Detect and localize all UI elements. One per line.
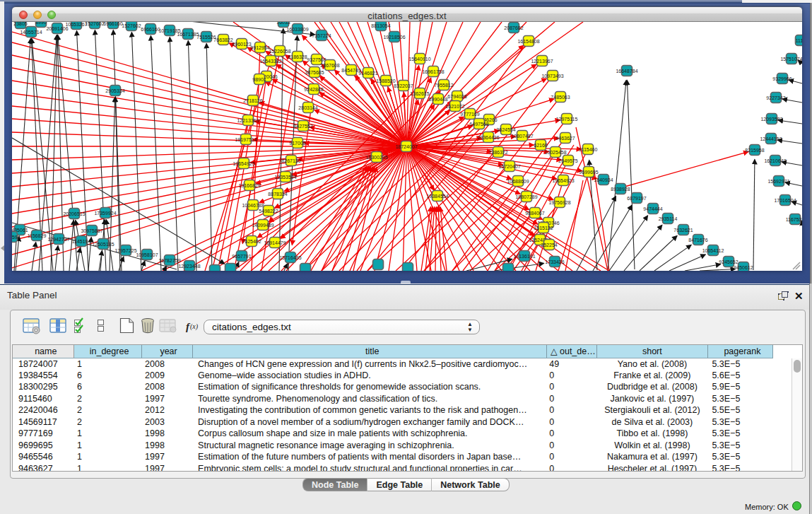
svg-text:19654925: 19654925	[233, 161, 254, 166]
svg-text:8427552: 8427552	[293, 124, 312, 129]
svg-text:9657791: 9657791	[232, 254, 251, 259]
svg-text:1621072: 1621072	[445, 104, 464, 109]
svg-text:1112: 1112	[796, 38, 802, 43]
svg-text:7386372: 7386372	[488, 150, 507, 155]
svg-text:7632621: 7632621	[673, 228, 693, 233]
svg-text:8938928: 8938928	[611, 187, 630, 192]
svg-text:12975115: 12975115	[556, 117, 578, 122]
svg-text:1527602: 1527602	[85, 22, 104, 26]
svg-text:6966160: 6966160	[103, 22, 122, 26]
svg-text:8878334: 8878334	[268, 192, 287, 197]
svg-text:12505185: 12505185	[92, 242, 114, 247]
svg-text:10025458: 10025458	[544, 150, 566, 155]
svg-text:9450612: 9450612	[734, 265, 753, 270]
svg-text:3875685: 3875685	[305, 70, 324, 75]
svg-text:10958107: 10958107	[136, 252, 158, 257]
svg-text:8813054: 8813054	[371, 23, 390, 28]
svg-text:6966160: 6966160	[141, 27, 160, 32]
svg-text:6497568: 6497568	[469, 122, 488, 127]
svg-text:8990448: 8990448	[428, 97, 447, 102]
svg-text:10688609: 10688609	[507, 179, 529, 184]
svg-text:2718126: 2718126	[243, 98, 262, 103]
svg-text:18807289: 18807289	[515, 194, 537, 199]
svg-text:18300295: 18300295	[365, 155, 387, 160]
svg-text:1527602: 1527602	[122, 23, 141, 28]
svg-text:20206515: 20206515	[63, 211, 85, 216]
svg-text:10973493: 10973493	[541, 74, 563, 78]
svg-text:5498222: 5498222	[259, 209, 278, 214]
svg-text:14099489: 14099489	[252, 223, 273, 228]
svg-text:2935114: 2935114	[659, 216, 678, 221]
svg-text:19197514: 19197514	[235, 137, 257, 142]
svg-text:12213369: 12213369	[237, 118, 259, 123]
svg-text:12923448: 12923448	[178, 264, 200, 269]
svg-text:15640910: 15640910	[408, 57, 430, 62]
svg-text:15226058: 15226058	[269, 49, 290, 54]
svg-text:20691406: 20691406	[46, 26, 68, 31]
svg-text:15720407: 15720407	[498, 164, 520, 169]
svg-text:18724007: 18724007	[395, 144, 417, 149]
svg-text:9777169: 9777169	[460, 112, 479, 117]
svg-text:10807487: 10807487	[511, 134, 533, 139]
svg-text:1362615: 1362615	[410, 91, 429, 96]
svg-text:12093583: 12093583	[760, 117, 782, 122]
svg-text:16961758: 16961758	[422, 69, 444, 74]
svg-text:12942737: 12942737	[47, 237, 69, 242]
svg-text:23805: 23805	[13, 22, 28, 26]
svg-text:14055714: 14055714	[20, 30, 42, 35]
svg-text:8267130: 8267130	[281, 158, 300, 163]
svg-text:1615132: 1615132	[534, 226, 553, 230]
svg-text:19384554: 19384554	[426, 194, 448, 199]
svg-text:9329966: 9329966	[772, 76, 792, 81]
svg-text:(x): (x)	[190, 322, 199, 331]
svg-text:9242848: 9242848	[304, 87, 323, 92]
svg-text:1145194: 1145194	[72, 239, 91, 244]
svg-text:16210643: 16210643	[764, 158, 786, 163]
svg-text:16543382: 16543382	[259, 59, 281, 64]
svg-text:30975887: 30975887	[81, 228, 102, 233]
svg-text:19654923: 19654923	[552, 178, 574, 183]
svg-text:8186328: 8186328	[288, 54, 307, 59]
svg-text:16914479: 16914479	[264, 240, 286, 245]
svg-text:8471676: 8471676	[688, 238, 707, 243]
svg-text:10654112: 10654112	[702, 248, 724, 253]
svg-text:16033: 16033	[276, 22, 290, 25]
svg-text:9245652: 9245652	[719, 259, 738, 264]
svg-text:20364436: 20364436	[477, 135, 499, 140]
svg-text:7485063: 7485063	[551, 95, 570, 100]
svg-text:12213967: 12213967	[531, 59, 553, 64]
svg-text:8215958: 8215958	[745, 148, 764, 153]
svg-text:98901: 98901	[252, 77, 266, 82]
svg-text:9115460: 9115460	[579, 147, 598, 152]
svg-text:10653267: 10653267	[65, 22, 87, 27]
svg-text:8990: 8990	[35, 22, 47, 25]
svg-text:62160: 62160	[534, 143, 548, 148]
svg-text:9227342: 9227342	[766, 95, 785, 100]
svg-text:12353594: 12353594	[274, 175, 296, 180]
svg-text:15751074: 15751074	[780, 57, 802, 62]
svg-text:9699695: 9699695	[579, 170, 598, 175]
svg-text:15716485: 15716485	[279, 255, 301, 260]
svg-text:391594: 391594	[12, 235, 20, 240]
svg-text:8912954: 8912954	[250, 45, 269, 50]
svg-text:19756928: 19756928	[548, 200, 570, 205]
svg-text:252254: 252254	[541, 243, 557, 247]
svg-text:1640934: 1640934	[594, 177, 613, 182]
svg-text:1167533: 1167533	[786, 217, 802, 222]
svg-text:16782759: 16782759	[158, 258, 180, 263]
svg-text:12444153: 12444153	[760, 136, 782, 141]
svg-text:7357224: 7357224	[312, 33, 331, 38]
svg-text:9327508: 9327508	[307, 57, 326, 62]
svg-text:3624554: 3624554	[496, 127, 515, 132]
svg-text:7663822: 7663822	[213, 37, 233, 42]
svg-text:2649575: 2649575	[558, 158, 577, 163]
svg-text:8322037: 8322037	[394, 83, 413, 88]
svg-text:1733426: 1733426	[545, 259, 564, 264]
svg-text:1156829: 1156829	[28, 233, 47, 238]
svg-text:2867608: 2867608	[320, 63, 339, 68]
svg-text:16154808: 16154808	[517, 39, 539, 44]
svg-text:8960123: 8960123	[232, 42, 251, 47]
svg-text:1588520: 1588520	[376, 78, 395, 83]
svg-text:16033809: 16033809	[286, 27, 308, 32]
svg-text:9463627: 9463627	[555, 136, 575, 141]
